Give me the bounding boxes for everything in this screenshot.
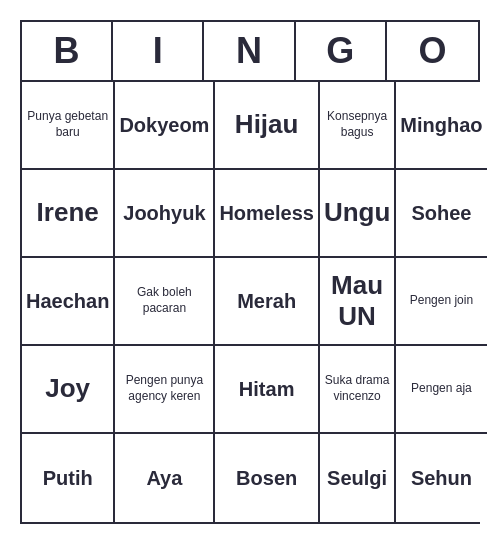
cell-text: Joy: [45, 373, 90, 404]
bingo-cell: Hitam: [215, 346, 320, 434]
bingo-cell: Sohee: [396, 170, 486, 258]
header-letter: O: [387, 22, 478, 80]
bingo-grid: Punya gebetan baruDokyeomHijauKonsepnya …: [22, 80, 478, 522]
cell-text: Joohyuk: [123, 202, 205, 225]
cell-text: Aya: [146, 467, 182, 490]
cell-text: Merah: [237, 290, 296, 313]
header-letter: G: [296, 22, 387, 80]
header-letter: B: [22, 22, 113, 80]
bingo-cell: Ungu: [320, 170, 396, 258]
cell-text: Putih: [43, 467, 93, 490]
cell-text: Punya gebetan baru: [26, 109, 109, 140]
cell-text: Seulgi: [327, 467, 387, 490]
bingo-cell: Joohyuk: [115, 170, 215, 258]
bingo-cell: Suka drama vincenzo: [320, 346, 396, 434]
cell-text: Homeless: [219, 202, 314, 225]
cell-text: Haechan: [26, 290, 109, 313]
header-letter: I: [113, 22, 204, 80]
cell-text: Pengen punya agency keren: [119, 373, 209, 404]
bingo-cell: Pengen join: [396, 258, 486, 346]
bingo-card: BINGO Punya gebetan baruDokyeomHijauKons…: [20, 20, 480, 524]
bingo-cell: Aya: [115, 434, 215, 522]
bingo-header: BINGO: [22, 22, 478, 80]
bingo-cell: Putih: [22, 434, 115, 522]
cell-text: Gak boleh pacaran: [119, 285, 209, 316]
bingo-cell: Minghao: [396, 82, 486, 170]
bingo-cell: Hijau: [215, 82, 320, 170]
bingo-cell: Seulgi: [320, 434, 396, 522]
cell-text: Mau UN: [324, 270, 390, 332]
bingo-cell: Konsepnya bagus: [320, 82, 396, 170]
cell-text: Pengen join: [410, 293, 473, 309]
bingo-cell: Gak boleh pacaran: [115, 258, 215, 346]
bingo-cell: Pengen aja: [396, 346, 486, 434]
cell-text: Ungu: [324, 197, 390, 228]
bingo-cell: Joy: [22, 346, 115, 434]
cell-text: Dokyeom: [119, 114, 209, 137]
cell-text: Pengen aja: [411, 381, 472, 397]
bingo-cell: Dokyeom: [115, 82, 215, 170]
cell-text: Irene: [37, 197, 99, 228]
cell-text: Sohee: [411, 202, 471, 225]
bingo-cell: Sehun: [396, 434, 486, 522]
cell-text: Suka drama vincenzo: [324, 373, 390, 404]
bingo-cell: Mau UN: [320, 258, 396, 346]
cell-text: Hijau: [235, 109, 299, 140]
cell-text: Bosen: [236, 467, 297, 490]
cell-text: Sehun: [411, 467, 472, 490]
header-letter: N: [204, 22, 295, 80]
bingo-cell: Merah: [215, 258, 320, 346]
bingo-cell: Haechan: [22, 258, 115, 346]
bingo-cell: Homeless: [215, 170, 320, 258]
bingo-cell: Bosen: [215, 434, 320, 522]
cell-text: Minghao: [400, 114, 482, 137]
bingo-cell: Pengen punya agency keren: [115, 346, 215, 434]
bingo-cell: Punya gebetan baru: [22, 82, 115, 170]
cell-text: Konsepnya bagus: [324, 109, 390, 140]
cell-text: Hitam: [239, 378, 295, 401]
bingo-cell: Irene: [22, 170, 115, 258]
